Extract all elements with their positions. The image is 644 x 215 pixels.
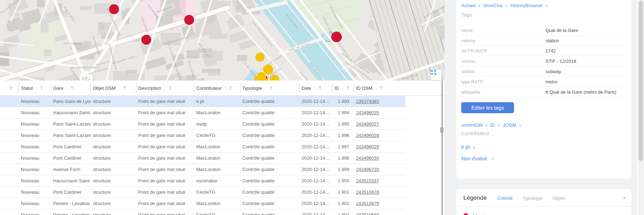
cell-id_osm: 243496030 — [354, 155, 406, 161]
cell-date: 2020-12-14… — [299, 167, 332, 172]
table-row[interactable]: NouveauParis Saint-LazarestructurePoint … — [0, 118, 406, 130]
cell-statut: Nouveau — [19, 201, 51, 206]
map-fullscreen-button[interactable] — [431, 70, 441, 80]
cell-id_osm: 243510679 — [354, 201, 406, 206]
page-scrollbar-thumb[interactable] — [639, 1, 643, 161]
legend-tab-criticité[interactable]: Criticité — [497, 195, 513, 201]
column-header-gare[interactable]: Gare↑ — [51, 83, 91, 93]
osm-id-link[interactable]: 243510337 — [356, 178, 379, 183]
osm-id-link[interactable]: 243496025 — [356, 110, 379, 115]
osm-id-link[interactable]: 243496729 — [356, 167, 379, 172]
osm-id-link[interactable]: 243496029 — [356, 144, 379, 149]
chevron-down-icon: › — [490, 158, 496, 159]
table-scrollbar-track[interactable] — [442, 81, 442, 215]
review-status-dropdown[interactable]: Non évalué› — [461, 156, 494, 161]
cell-description: Point de gare mal situé — [136, 189, 194, 195]
edit-tags-button[interactable]: Éditer les tags — [461, 102, 514, 113]
map-marker[interactable] — [331, 32, 342, 42]
cell-contributeur: MacLondon — [194, 144, 240, 149]
sort-icon[interactable]: ↑ — [35, 86, 38, 91]
table-row[interactable]: NouveauPont CardinetstructurePoint de ga… — [0, 187, 406, 198]
map-marker[interactable] — [255, 53, 265, 62]
osm-id-link[interactable]: 243496030 — [356, 155, 379, 161]
cell-typologie: Contrôle qualité — [240, 99, 299, 104]
filter-icon[interactable] — [123, 86, 126, 90]
legend-tab-objets[interactable]: Objets — [552, 195, 566, 201]
cell-objet: structure — [91, 99, 136, 104]
sort-icon[interactable]: ↑ — [118, 86, 120, 91]
sort-icon[interactable]: ↑ — [265, 86, 267, 91]
cell-statut: Nouveau — [19, 121, 51, 127]
legend-dot — [463, 213, 468, 215]
legend-tab-typologie[interactable]: Typologie — [523, 195, 543, 201]
column-header-id-osm[interactable]: ID OSM↑ — [354, 83, 406, 93]
contributor-link[interactable]: e pt› — [461, 144, 478, 150]
map-marker[interactable] — [109, 4, 119, 14]
sort-icon[interactable]: ↑ — [66, 86, 68, 91]
editor-link-1[interactable]: iD — [490, 122, 495, 128]
osm-id-link[interactable]: 243496027 — [356, 121, 379, 127]
cell-date: 2020-12-14… — [299, 110, 332, 115]
map-marker[interactable] — [184, 15, 194, 25]
tag-row: type:RATPmetro — [461, 77, 624, 87]
osm-id-link[interactable]: 235374383 — [356, 99, 379, 104]
sort-icon[interactable]: ↑ — [224, 86, 227, 91]
cell-id: 1 898 — [332, 155, 354, 161]
sort-icon[interactable]: ↑ — [341, 86, 344, 91]
osm-id-link[interactable]: 243510679 — [356, 201, 379, 206]
editor-link-2[interactable]: JOSM — [503, 122, 516, 128]
sort-icon[interactable]: ↑ — [375, 86, 377, 91]
page-scrollbar-track[interactable] — [637, 0, 644, 215]
sort-icon[interactable]: ↑ — [313, 86, 316, 91]
cell-description: Point de gare mal situé — [136, 99, 194, 104]
column-header-contributeur[interactable]: Contributeur↑ — [194, 83, 240, 93]
filter-icon[interactable] — [168, 86, 172, 90]
table-row[interactable]: NouveauParis Saint-LazarestructurePoint … — [0, 130, 406, 141]
column-header-date[interactable]: Date↑ — [299, 83, 332, 93]
filter-icon[interactable] — [228, 86, 232, 90]
filter-icon[interactable] — [379, 86, 383, 90]
breadcrumb-link-2[interactable]: HistoryBrowser — [510, 3, 543, 8]
table-row[interactable]: NouveauHaussmann Saint-LazarestructurePo… — [0, 175, 406, 187]
cell-typologie: Contrôle qualité — [240, 155, 299, 161]
filter-icon[interactable] — [269, 86, 273, 90]
sort-icon[interactable]: ↑ — [164, 86, 166, 91]
cell-objet: structure — [91, 155, 136, 161]
map[interactable]: RUE SAINT-HIPPOLYTERUE LE BRUNLES GOBELI… — [0, 0, 445, 81]
map-marker[interactable] — [263, 65, 273, 75]
breadcrumb-link-0[interactable]: Achavi — [461, 3, 476, 8]
table-row[interactable]: NouveauHaussmann Saint-LazarestructurePo… — [0, 107, 406, 118]
table-row[interactable]: NouveauAvenue FochstructurePoint de gare… — [0, 164, 406, 175]
cell-objet: structure — [91, 167, 136, 172]
table-scrollbar-thumb[interactable] — [440, 127, 444, 133]
filter-icon[interactable] — [318, 86, 322, 90]
osm-id-link[interactable]: 243496028 — [356, 133, 379, 138]
cell-statut: Nouveau — [19, 167, 51, 172]
table-header-row: ↑Statut↑Gare↑Objet OSM↑Description↑Contr… — [0, 81, 445, 96]
table-row[interactable]: NouveauPéreire - LevalloisstructurePoint… — [0, 198, 406, 209]
breadcrumb-link-1[interactable]: OsmCha — [484, 3, 502, 8]
table-row[interactable]: NouveauPéreire - LevalloisstructurePoint… — [0, 209, 406, 215]
column-header-objet-osm[interactable]: Objet OSM↑ — [91, 83, 136, 93]
column-header-typologie[interactable]: Typologie↑ — [240, 83, 299, 93]
filter-icon[interactable] — [70, 86, 74, 90]
column-header-id[interactable]: ID↑ — [332, 83, 354, 93]
osm-id-link[interactable]: 243510680 — [356, 212, 379, 215]
column-header-description[interactable]: Description↑ — [136, 83, 194, 93]
legend-collapse-chevron-up-icon[interactable]: › — [621, 197, 627, 199]
column-header-criticite[interactable]: ↑ — [0, 83, 19, 93]
editor-link-0[interactable]: osmInEdit — [461, 122, 482, 128]
filter-icon[interactable] — [40, 86, 44, 90]
map-marker[interactable] — [141, 35, 151, 45]
cell-typologie: Contrôle qualité — [240, 167, 299, 172]
table-row[interactable]: NouveauParis Gare de LyonstructurePoint … — [0, 96, 406, 107]
cell-id_osm: 243510680 — [354, 212, 406, 215]
filter-icon[interactable] — [9, 86, 13, 90]
osm-id-link[interactable]: 243510678 — [356, 189, 379, 195]
table-row[interactable]: NouveauPont CardinetstructurePoint de ga… — [0, 141, 406, 153]
cell-typologie: Contrôle qualité — [240, 178, 299, 183]
column-header-statut[interactable]: Statut↑ — [19, 83, 51, 93]
sort-icon[interactable]: ↑ — [4, 86, 7, 91]
table-row[interactable]: NouveauPont CardinetstructurePoint de ga… — [0, 153, 406, 164]
filter-icon[interactable] — [346, 86, 350, 90]
